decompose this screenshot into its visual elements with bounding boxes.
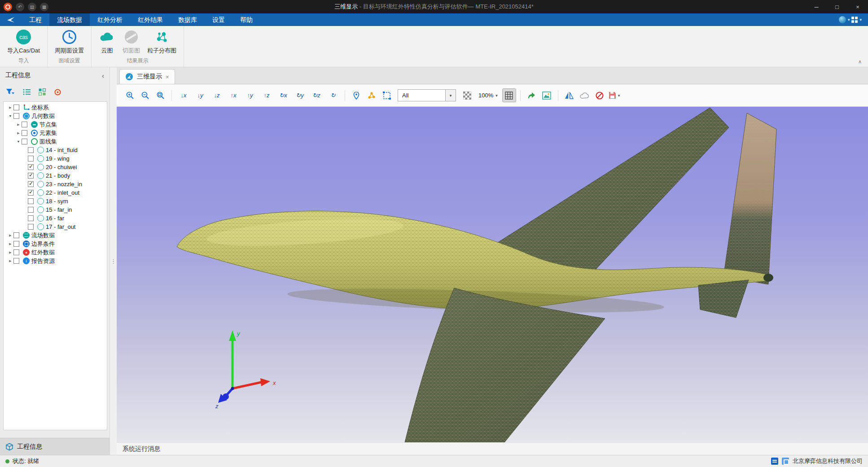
panel-collapse-icon[interactable]: ‹ xyxy=(102,72,104,79)
periodic-face-settings-button[interactable]: 周期面设置 xyxy=(53,28,86,55)
tree-item-face-set[interactable]: 面线集 xyxy=(4,137,107,146)
zoom-out-icon[interactable] xyxy=(138,88,152,102)
menu-tab-project[interactable]: 工程 xyxy=(22,13,49,26)
tree-item-flow-data[interactable]: 流场数据 xyxy=(4,231,107,240)
contour-cloud-button[interactable]: 云图 xyxy=(97,28,117,55)
expand-arrow-icon[interactable] xyxy=(7,234,13,237)
opacity-percent-select[interactable]: 100% ▾ xyxy=(475,92,501,99)
tree-item-sym[interactable]: 18 - sym xyxy=(4,197,107,205)
tree-item-node-set[interactable]: 节点集 xyxy=(4,120,107,129)
tree-item-far-in[interactable]: 15 - far_in xyxy=(4,205,107,214)
view-down-z-button[interactable]: ↓z xyxy=(209,88,224,102)
tree-checkbox[interactable] xyxy=(13,232,19,238)
filter-icon[interactable] xyxy=(6,88,15,96)
tree-item-inlet-out[interactable]: 22 - inlet_out xyxy=(4,188,107,197)
menu-tab-flowfield-data[interactable]: 流场数据 xyxy=(49,13,90,26)
surface-filter-select[interactable]: All ▾ xyxy=(398,89,456,101)
tree-checkbox[interactable] xyxy=(22,130,27,136)
tree-checkbox[interactable] xyxy=(28,190,34,196)
tree-item-far-out[interactable]: 17 - far_out xyxy=(4,223,107,231)
collapse-arrow-icon[interactable] xyxy=(7,114,13,118)
view-down-x-button[interactable]: ↓x xyxy=(176,88,191,102)
tree-checkbox[interactable] xyxy=(13,249,19,255)
rotate-x-button[interactable]: ↻x xyxy=(276,88,291,102)
document-tab-3d-view[interactable]: 三维显示 × xyxy=(119,69,175,84)
expand-arrow-icon[interactable] xyxy=(7,242,13,246)
menu-tab-help[interactable]: 帮助 xyxy=(232,13,260,26)
tree-item-int-fluid[interactable]: 14 - int_fluid xyxy=(4,146,107,154)
particle-distribution-button[interactable]: 粒子分布图 xyxy=(145,28,178,55)
tree-checkbox[interactable] xyxy=(28,173,34,179)
tree-item-coordinate-system[interactable]: 坐标系 xyxy=(4,103,107,112)
tree-checkbox[interactable] xyxy=(13,105,19,110)
bottom-tab-project-info[interactable]: 工程信息 xyxy=(0,438,110,455)
tree-checkbox[interactable] xyxy=(28,207,34,213)
undo-icon[interactable]: ↶ xyxy=(16,3,24,11)
menu-tab-database[interactable]: 数据库 xyxy=(171,13,205,26)
locate-target-icon[interactable] xyxy=(54,88,61,96)
tree-checkbox[interactable] xyxy=(28,156,34,161)
texture-checker-icon[interactable] xyxy=(460,88,474,102)
section-plane-button[interactable]: 切面图 xyxy=(121,28,142,55)
collapse-arrow-icon[interactable] xyxy=(15,140,22,143)
save-view-button[interactable]: ▾ xyxy=(608,91,620,100)
view-up-z-button[interactable]: ↑z xyxy=(259,88,274,102)
save-quick-icon[interactable]: ▤ xyxy=(28,3,36,11)
minimize-button[interactable]: ─ xyxy=(806,0,827,13)
status-window-icon[interactable] xyxy=(782,458,789,465)
tree-checkbox[interactable] xyxy=(28,147,34,153)
theme-sphere-icon[interactable] xyxy=(839,16,846,23)
mesh-grid-toggle[interactable] xyxy=(502,88,516,102)
menu-tab-settings[interactable]: 设置 xyxy=(205,13,232,26)
tree-checkbox[interactable] xyxy=(13,113,19,119)
expand-arrow-icon[interactable] xyxy=(7,259,13,263)
aircraft-tail-fin[interactable] xyxy=(723,113,776,284)
locate-pin-icon[interactable] xyxy=(349,88,363,102)
expand-arrow-icon[interactable] xyxy=(15,123,22,127)
close-tab-icon[interactable]: × xyxy=(166,74,169,80)
tree-checkbox[interactable] xyxy=(22,139,27,144)
expand-arrow-icon[interactable] xyxy=(7,106,13,109)
tree-item-infrared-data[interactable]: 红外数据 xyxy=(4,248,107,257)
cancel-display-icon[interactable] xyxy=(593,88,607,102)
grid-view-icon[interactable] xyxy=(39,88,46,96)
cloud-overlay-icon[interactable] xyxy=(578,88,592,102)
tree-item-report-resources[interactable]: 报告资源 xyxy=(4,257,107,265)
tree-checkbox[interactable] xyxy=(28,224,34,230)
tree-item-wing[interactable]: 19 - wing xyxy=(4,154,107,163)
tree-checkbox[interactable] xyxy=(13,258,19,264)
view-down-y-button[interactable]: ↓y xyxy=(193,88,208,102)
combo-dropdown-icon[interactable]: ▾ xyxy=(445,90,456,101)
chevron-down-icon[interactable]: ▾ xyxy=(618,93,620,98)
tree-checkbox[interactable] xyxy=(28,164,34,170)
rotate-view-button[interactable]: ↻ xyxy=(325,88,341,102)
status-panel-icon[interactable] xyxy=(771,458,778,465)
menu-tab-infrared-analysis[interactable]: 红外分析 xyxy=(90,13,130,26)
close-button[interactable]: × xyxy=(847,0,868,13)
app-logo-icon[interactable] xyxy=(4,3,12,11)
window-layout-icon[interactable] xyxy=(851,17,858,23)
view-up-x-button[interactable]: ↑x xyxy=(226,88,241,102)
menu-tab-infrared-results[interactable]: 红外结果 xyxy=(130,13,171,26)
screenshot-image-icon[interactable] xyxy=(540,88,554,102)
view-up-y-button[interactable]: ↑y xyxy=(242,88,258,102)
rotate-y-button[interactable]: ↻y xyxy=(292,88,307,102)
aircraft-near-fin[interactable] xyxy=(698,280,749,318)
menu-quick-icon[interactable]: ▦ xyxy=(40,3,48,11)
tree-checkbox[interactable] xyxy=(22,122,27,127)
mirror-icon[interactable] xyxy=(562,88,576,102)
share-arrow-icon[interactable] xyxy=(525,88,539,102)
tree-checkbox[interactable] xyxy=(28,215,34,221)
chevron-down-icon[interactable]: ▾ xyxy=(848,17,850,22)
rotate-z-button[interactable]: ↻z xyxy=(309,88,324,102)
tree-item-boundary-conditions[interactable]: 边界条件 xyxy=(4,240,107,248)
box-select-icon[interactable] xyxy=(380,88,394,102)
list-view-icon[interactable] xyxy=(23,88,31,96)
zoom-fit-icon[interactable] xyxy=(153,88,167,102)
zoom-in-icon[interactable] xyxy=(123,88,137,102)
tree-item-body[interactable]: 21 - body xyxy=(4,171,107,180)
tree-item-element-set[interactable]: 元素集 xyxy=(4,129,107,137)
tree-item-nozzle-in[interactable]: 23 - nozzle_in xyxy=(4,180,107,188)
import-cas-dat-button[interactable]: cas 导入Cas/Dat xyxy=(5,28,42,55)
panel-splitter[interactable]: ⋮ xyxy=(110,67,117,455)
